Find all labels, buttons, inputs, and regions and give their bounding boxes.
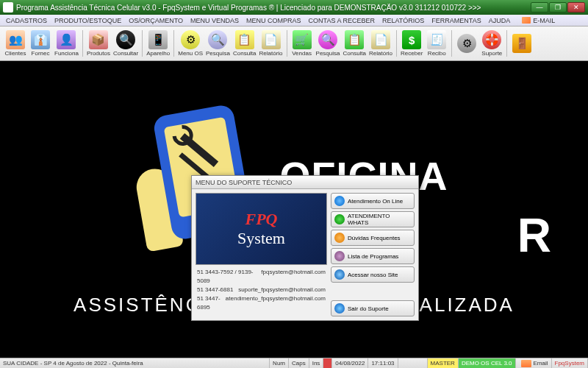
toolbar-fornec-button[interactable]: 👔Fornec [28, 28, 53, 60]
consulta-icon: 📋 [235, 30, 254, 49]
window-title: Programa Assistência Técnica Celular v3.… [16, 4, 531, 12]
relatorio2-icon: 📄 [371, 30, 390, 49]
close-button[interactable]: ✕ [567, 2, 585, 13]
toolbar-consultar-button[interactable]: 🔍Consultar [112, 28, 140, 60]
toolbar-consulta-button[interactable]: 📋Consulta [232, 28, 258, 60]
status-user: MASTER [428, 358, 459, 368]
minimize-button[interactable]: — [531, 2, 548, 13]
toolbar-pesquisa-button[interactable]: 🔍Pesquisa [204, 28, 232, 60]
toolbar-label: Relatório [259, 50, 283, 57]
window-titlebar: Programa Assistência Técnica Celular v3.… [0, 0, 588, 15]
toolbar-produtos-button[interactable]: 📦Produtos [85, 28, 112, 60]
contact-row: 51 3447-6881suporte_fpqsystem@hotmail.co… [197, 286, 326, 294]
brand-side-letter: R [517, 208, 551, 263]
status-insert: Ins [309, 358, 324, 368]
funciona-icon: 👤 [57, 30, 76, 49]
maximize-button[interactable]: ❐ [549, 2, 567, 13]
toolbar-label: Suporte [481, 50, 502, 57]
sair-icon: 🚪 [512, 34, 531, 53]
list-icon [334, 251, 345, 261]
status-capslock: Caps [289, 358, 309, 368]
toolbar-menuos-button[interactable]: ⚙Menu OS [176, 28, 204, 60]
toolbar-separator [451, 30, 452, 57]
recibo-icon: 🧾 [427, 30, 446, 49]
status-date: 04/08/2022 [332, 358, 368, 368]
toolbar-consulta2-button[interactable]: 📋Consulta [341, 28, 368, 60]
exit-support-button[interactable]: Sair do Suporte [331, 300, 415, 316]
clientes-icon: 👥 [6, 30, 25, 49]
pesquisa2-icon: 🔍 [318, 30, 337, 49]
status-brand[interactable]: FpqSystem [552, 358, 588, 368]
status-license: DEMO OS CEL 3.0 [459, 358, 516, 368]
status-location-date: SUA CIDADE - SP 4 de Agosto de 2022 - Qu… [0, 358, 270, 368]
receber-icon: $ [402, 30, 421, 49]
toolbar-clientes-button[interactable]: 👥Clientes [3, 28, 28, 60]
menu-osoramento[interactable]: OS/ORÇAMENTO [125, 17, 187, 24]
fornec-icon: 👔 [31, 30, 50, 49]
menu-menuvendas[interactable]: MENU VENDAS [187, 17, 243, 24]
menuos-icon: ⚙ [181, 30, 200, 49]
toolbar-sair-button[interactable]: 🚪 [509, 28, 534, 60]
support-dialog: MENU DO SUPORTE TÉCNICO FPQ System 51 34… [191, 175, 419, 321]
relatorio-icon: 📄 [262, 30, 281, 49]
menu-bar: CADASTROSPRODUTO/ESTOQUEOS/ORÇAMENTOMENU… [0, 15, 588, 26]
toolbar-aparelho-button[interactable]: 📱Aparelho [145, 28, 171, 60]
toolbar-ferram-button[interactable]: ⚙ [454, 28, 479, 60]
main-toolbar: 👥Clientes👔Fornec👤Funciona📦Produtos🔍Consu… [0, 26, 588, 61]
toolbar-label: Funciona [54, 50, 79, 57]
whatsapp-icon [334, 214, 345, 224]
menu-cadastros[interactable]: CADASTROS [2, 17, 51, 24]
contact-row: 51 3447-6895atendimento_fpqsystem@hotmai… [197, 294, 326, 312]
ferram-icon: ⚙ [457, 34, 476, 53]
consultar-icon: 🔍 [116, 30, 135, 49]
exit-icon [334, 303, 345, 314]
toolbar-label: Recibo [428, 50, 446, 57]
toolbar-separator [287, 30, 287, 57]
status-numlock: Num [270, 358, 289, 368]
toolbar-vendas-button[interactable]: 🛒Vendas [290, 28, 315, 60]
toolbar-suporte-button[interactable]: 🛟Suporte [479, 28, 504, 60]
toolbar-receber-button[interactable]: $Receber [399, 28, 424, 60]
toolbar-recibo-button[interactable]: 🧾Recibo [424, 28, 449, 60]
toolbar-funciona-button[interactable]: 👤Funciona [53, 28, 80, 60]
programs-list-button[interactable]: Lista de Programas [331, 248, 415, 264]
question-icon [334, 233, 345, 243]
vendas-icon: 🛒 [293, 30, 312, 49]
menu-email[interactable]: E-MAIL [518, 17, 559, 24]
menu-ferramentas[interactable]: FERRAMENTAS [428, 17, 484, 24]
website-button[interactable]: Acessar nosso Site [331, 266, 415, 283]
status-bar: SUA CIDADE - SP 4 de Agosto de 2022 - Qu… [0, 358, 588, 368]
contact-row: 51 3443-7592 / 9139-5089fpqsystem@hotmai… [197, 268, 326, 286]
whatsapp-support-button[interactable]: ATENDIMENTO WHATS [331, 211, 415, 227]
fpq-logo: FPQ System [196, 193, 327, 265]
toolbar-label: Consulta [233, 50, 257, 57]
status-email-link[interactable]: Email [516, 358, 552, 368]
toolbar-separator [82, 30, 83, 57]
mail-icon [521, 360, 531, 367]
toolbar-separator [142, 30, 143, 57]
toolbar-label: Receber [401, 50, 423, 57]
toolbar-pesquisa2-button[interactable]: 🔍Pesquisa [315, 28, 342, 60]
menu-menucompras[interactable]: MENU COMPRAS [243, 17, 305, 24]
workspace: OFICINA R ASSISTÊNCIA TÉCNICA ESPECIALIZ… [0, 61, 588, 358]
app-icon [3, 2, 13, 13]
menu-ajuda[interactable]: AJUDA [485, 17, 514, 24]
menu-contasareceber[interactable]: CONTAS A RECEBER [305, 17, 379, 24]
menu-relatrios[interactable]: RELATÓRIOS [379, 17, 428, 24]
status-time: 17:11:03 [368, 358, 398, 368]
toolbar-label: Aparelho [146, 50, 170, 57]
toolbar-label: Vendas [292, 50, 312, 57]
menu-produtoestoque[interactable]: PRODUTO/ESTOQUE [51, 17, 125, 24]
mail-icon [522, 17, 531, 24]
toolbar-separator [506, 30, 507, 57]
faq-button[interactable]: Dúvidas Frequentes [331, 230, 415, 246]
online-support-button[interactable]: Atendimento On Line [331, 193, 415, 209]
toolbar-separator [173, 30, 174, 57]
globe-icon [334, 269, 345, 280]
toolbar-relatorio2-button[interactable]: 📄Relatório [368, 28, 394, 60]
toolbar-relatorio-button[interactable]: 📄Relatório [258, 28, 284, 60]
contact-info: 51 3443-7592 / 9139-5089fpqsystem@hotmai… [196, 265, 327, 315]
status-indicator [323, 358, 332, 368]
chat-icon [334, 196, 345, 206]
toolbar-label: Relatório [369, 50, 392, 57]
